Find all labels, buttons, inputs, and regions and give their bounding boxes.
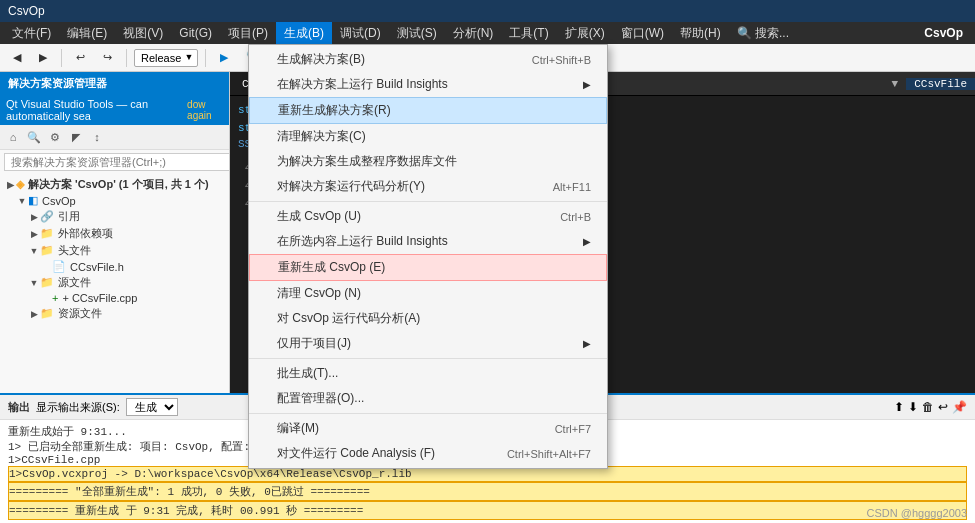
search-input[interactable] (4, 153, 230, 171)
menu-edit[interactable]: 编辑(E) (59, 22, 115, 44)
tree-headers[interactable]: ▼ 📁 头文件 (0, 242, 229, 259)
expand-icon-res: ▶ (28, 308, 40, 320)
output-source-label: 显示输出来源(S): (36, 400, 120, 415)
output-pin-btn[interactable]: 📌 (952, 400, 967, 414)
menu-search[interactable]: 🔍 搜索... (729, 22, 797, 44)
tree-external-deps[interactable]: ▶ 📁 外部依赖项 (0, 225, 229, 242)
menu-analyze[interactable]: 分析(N) (445, 22, 502, 44)
resources-folder-icon: 📁 (40, 307, 54, 320)
output-clear-btn[interactable]: 🗑 (922, 400, 934, 414)
output-line-6: ========= 重新生成 于 9:31 完成, 耗时 00.991 秒 ==… (8, 501, 967, 520)
deps-icon: 📁 (40, 227, 54, 240)
build-solution-label: 生成解决方案(B) (277, 51, 365, 68)
build-dropdown-menu: 生成解决方案(B) Ctrl+Shift+B 在解决方案上运行 Build In… (248, 44, 608, 469)
sidebar-toolbar: ⌂ 🔍 ⚙ ◤ ↕ (0, 125, 229, 150)
menu-test[interactable]: 测试(S) (389, 22, 445, 44)
csvop-project-icon: ◧ (28, 194, 38, 207)
expand-icon-cpp (40, 292, 52, 304)
expand-icon-refs: ▶ (28, 211, 40, 223)
tree-solution[interactable]: ▶ ◈ 解决方案 'CsvOp' (1 个项目, 共 1 个) (0, 176, 229, 193)
submenu-arrow-3: ▶ (583, 338, 591, 349)
menu-analyze-solution[interactable]: 对解决方案运行代码分析(Y) Alt+F11 (249, 174, 607, 199)
toolbar-sep3 (205, 49, 206, 67)
tree-resources[interactable]: ▶ 📁 资源文件 (0, 305, 229, 322)
sidebar-btn-filter[interactable]: ⚙ (46, 128, 64, 146)
menu-build-insights-project[interactable]: 在所选内容上运行 Build Insights ▶ (249, 229, 607, 254)
headers-folder-icon: 📁 (40, 244, 54, 257)
solution-label: 解决方案 'CsvOp' (1 个项目, 共 1 个) (28, 177, 209, 192)
build-solution-shortcut: Ctrl+Shift+B (532, 54, 591, 66)
output-source-select[interactable]: 生成 (126, 398, 178, 416)
sidebar-btn-collapse[interactable]: ◤ (67, 128, 85, 146)
toolbar-undo[interactable]: ↩ (69, 48, 92, 67)
title-text: CsvOp (8, 4, 45, 18)
release-dropdown[interactable]: Release ▼ (134, 49, 198, 67)
toolbar-forward[interactable]: ▶ (32, 48, 54, 67)
menu-analyze-csvop[interactable]: 对 CsvOp 运行代码分析(A) (249, 306, 607, 331)
output-btn2[interactable]: ⬇ (908, 400, 918, 414)
toolbar-start[interactable]: ▶ (213, 48, 235, 67)
toolbar-sep1 (61, 49, 62, 67)
menu-tools[interactable]: 工具(T) (501, 22, 556, 44)
dropdown-sep2 (249, 358, 607, 359)
sidebar-btn-sync[interactable]: ↕ (88, 128, 106, 146)
menu-build-csvop[interactable]: 生成 CsvOp (U) Ctrl+B (249, 204, 607, 229)
toolbar-sep2 (126, 49, 127, 67)
csvop-label: CsvOp (42, 195, 76, 207)
menu-batch-build[interactable]: 批生成(T)... (249, 361, 607, 386)
menu-rebuild-solution[interactable]: 重新生成解决方案(R) (249, 97, 607, 124)
menu-debug[interactable]: 调试(D) (332, 22, 389, 44)
menu-build-solution[interactable]: 生成解决方案(B) Ctrl+Shift+B (249, 47, 607, 72)
menu-build-insights-solution[interactable]: 在解决方案上运行 Build Insights ▶ (249, 72, 607, 97)
output-wrap-btn[interactable]: ↩ (938, 400, 948, 414)
ccsvfile-right-label: CCsvFile (906, 78, 975, 90)
tree-sources[interactable]: ▼ 📁 源文件 (0, 274, 229, 291)
refs-icon: 🔗 (40, 210, 54, 223)
tree-cpp-file[interactable]: + + CCsvFile.cpp (0, 291, 229, 305)
menu-rebuild-csvop[interactable]: 重新生成 CsvOp (E) (249, 254, 607, 281)
menu-git[interactable]: Git(G) (171, 22, 220, 44)
build-csvop-shortcut: Ctrl+B (560, 211, 591, 223)
dropdown-sep1 (249, 201, 607, 202)
menu-clean-csvop[interactable]: 清理 CsvOp (N) (249, 281, 607, 306)
menu-run-code-analysis[interactable]: 对文件运行 Code Analysis (F) Ctrl+Shift+Alt+F… (249, 441, 607, 466)
submenu-arrow-2: ▶ (583, 236, 591, 247)
sidebar-btn-search[interactable]: 🔍 (25, 128, 43, 146)
tree-section: ▶ ◈ 解决方案 'CsvOp' (1 个项目, 共 1 个) ▼ ◧ CsvO… (0, 174, 229, 324)
menu-view[interactable]: 视图(V) (115, 22, 171, 44)
menu-config-manager[interactable]: 配置管理器(O)... (249, 386, 607, 411)
chevron-down-icon: ▼ (184, 52, 193, 62)
menu-file[interactable]: 文件(F) (4, 22, 59, 44)
menu-window[interactable]: 窗口(W) (613, 22, 672, 44)
menu-build-pdb[interactable]: 为解决方案生成整程序数据库文件 (249, 149, 607, 174)
menu-project[interactable]: 项目(P) (220, 22, 276, 44)
menu-build[interactable]: 生成(B) (276, 22, 332, 44)
menu-bar: 文件(F) 编辑(E) 视图(V) Git(G) 项目(P) 生成(B) 调试(… (0, 22, 975, 44)
sidebar-header: 解决方案资源管理器 (0, 72, 229, 95)
expand-icon-csvop: ▼ (16, 195, 28, 207)
tree-csvop[interactable]: ▼ ◧ CsvOp (0, 193, 229, 208)
menu-project-only[interactable]: 仅用于项目(J) ▶ (249, 331, 607, 356)
analyze-shortcut: Alt+F11 (553, 181, 591, 193)
tab-dropdown-icon[interactable]: ▼ (884, 78, 907, 90)
submenu-arrow-1: ▶ (583, 79, 591, 90)
code-analysis-shortcut: Ctrl+Shift+Alt+F7 (507, 448, 591, 460)
menu-help[interactable]: 帮助(H) (672, 22, 729, 44)
title-bar: CsvOp (0, 0, 975, 22)
sidebar-btn-home[interactable]: ⌂ (4, 128, 22, 146)
menu-csvop: CsvOp (916, 22, 971, 44)
sources-folder-icon: 📁 (40, 276, 54, 289)
expand-icon-h (40, 261, 52, 273)
tree-header-file[interactable]: 📄 CCsvFile.h (0, 259, 229, 274)
toolbar-redo[interactable]: ↪ (96, 48, 119, 67)
output-btn1[interactable]: ⬆ (894, 400, 904, 414)
menu-extensions[interactable]: 扩展(X) (557, 22, 613, 44)
solution-icon: ◈ (16, 178, 24, 191)
toolbar-back[interactable]: ◀ (6, 48, 28, 67)
menu-compile[interactable]: 编译(M) Ctrl+F7 (249, 416, 607, 441)
dropdown-sep3 (249, 413, 607, 414)
menu-clean-solution[interactable]: 清理解决方案(C) (249, 124, 607, 149)
tree-refs[interactable]: ▶ 🔗 引用 (0, 208, 229, 225)
qt-banner-action[interactable]: dow again (187, 99, 223, 121)
output-toolbar: ⬆ ⬇ 🗑 ↩ 📌 (894, 400, 967, 414)
